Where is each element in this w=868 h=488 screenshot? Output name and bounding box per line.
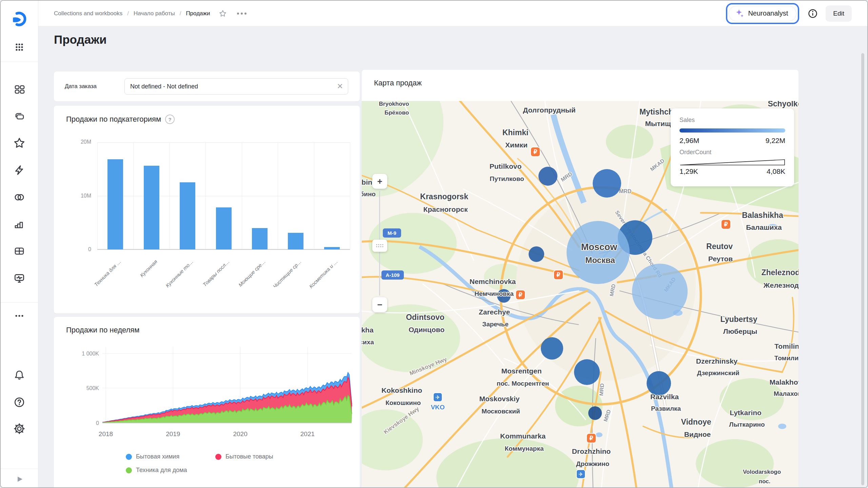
legend-size-min: 1,29K [679,167,698,176]
svg-text:Schyolkovo: Schyolkovo [768,101,798,108]
settings-button[interactable] [12,421,27,436]
svg-text:Коммунарка: Коммунарка [505,445,544,452]
sidebar-item-collections[interactable] [12,82,27,97]
map-title: Карта продаж [374,79,422,87]
map-bubble[interactable] [567,221,630,284]
legend-item[interactable]: Техника для дома [126,467,187,474]
legend-label: Техника для дома [136,467,187,474]
map-bubble[interactable] [574,359,600,385]
legend-dot-blue [126,454,132,460]
notifications-button[interactable] [12,368,27,383]
breadcrumb-menu-button[interactable] [237,13,246,15]
sidebar-item-charts[interactable] [12,217,27,232]
map-bubble[interactable] [588,406,602,420]
date-filter-card: Дата заказа Not defined - Not defined ✕ [54,72,360,101]
bar[interactable] [144,166,159,249]
bar[interactable] [252,228,268,249]
svg-text:Odintsovo: Odintsovo [406,313,445,322]
sidebar-item-connections[interactable] [12,163,27,178]
clear-filter-icon[interactable]: ✕ [337,83,343,90]
info-circle-icon [807,7,819,20]
map-bubble[interactable] [538,167,557,186]
datalens-logo[interactable] [12,12,27,26]
edit-button[interactable]: Edit [826,5,852,22]
help-button[interactable] [12,395,27,410]
map-bubble[interactable] [593,169,621,198]
map-zoom-slider-handle[interactable] [372,240,387,252]
plane-icon: ✈ [578,471,583,477]
all-services-button[interactable] [12,40,27,55]
svg-text:A-109: A-109 [386,272,400,278]
sidebar [1,1,38,487]
favorite-star-button[interactable] [219,9,227,18]
date-filter-input[interactable]: Not defined - Not defined ✕ [124,78,348,95]
x-category-label: Чистящие ср… [272,259,302,289]
svg-text:Putilkovo: Putilkovo [490,162,522,170]
legend-item[interactable]: Бытовая химия [126,453,179,460]
bar[interactable] [180,182,195,249]
svg-text:Vidnoye: Vidnoye [681,418,711,426]
neuroanalyst-label: Neuroanalyst [748,9,788,17]
svg-text:2020: 2020 [233,430,247,438]
area-chart-card: Продажи по неделям 1 000K500K02018201920… [54,317,360,488]
svg-text:Kokoshkino: Kokoshkino [381,386,422,394]
svg-text:Volodarskogo: Volodarskogo [743,469,781,475]
legend-dot-red [215,454,221,460]
svg-text:Mosrentgen: Mosrentgen [501,367,541,375]
svg-text:Малаховка: Малаховка [774,390,798,397]
map-zoom-in-button[interactable]: + [372,174,387,189]
ruble-icon: ₽ [519,292,522,298]
page-title: Продажи [54,33,106,46]
map-bubble[interactable] [541,337,563,360]
legend-item[interactable]: Бытовые товары [215,453,273,460]
neuroanalyst-focus-ring: Neuroanalyst [726,3,799,24]
question-circle-icon [13,396,26,409]
topbar-actions: Neuroanalyst Edit [726,1,867,26]
sidebar-item-dashboards[interactable] [12,271,27,286]
bar[interactable] [216,207,232,249]
svg-text:Drozhzhino: Drozhzhino [572,447,611,455]
breadcrumb-collections[interactable]: Collections and workbooks [54,10,122,17]
svg-text:Заречье: Заречье [482,321,508,328]
chart-help-icon[interactable]: ? [165,115,175,124]
gridline [97,196,350,196]
breadcrumb-workbook[interactable]: Начало работы [134,10,175,17]
neuroanalyst-button[interactable]: Neuroanalyst [729,6,796,21]
map-bubble[interactable] [647,371,671,395]
play-triangle-icon [14,474,24,484]
bar[interactable] [107,159,123,249]
svg-text:MRD: MRD [619,188,631,194]
area-chart-plot: 1 000K500K02018201920202021 [54,339,360,447]
star-icon [13,137,26,149]
ruble-icon: ₽ [724,221,728,228]
svg-text:пос.: пос. [759,478,771,485]
svg-text:2018: 2018 [99,430,113,438]
svg-text:Немчиновка: Немчиновка [474,290,514,297]
info-button[interactable] [805,5,821,22]
legend-size-metric: OrderCount [679,149,785,156]
sidebar-more-button[interactable] [12,308,27,323]
map-bubble[interactable] [632,264,688,319]
sidebar-item-editor[interactable] [12,244,27,259]
svg-text:Московский: Московский [481,408,520,415]
sidebar-item-favorites[interactable] [12,136,27,150]
bar[interactable] [288,233,303,249]
svg-text:Razvilka: Razvilka [650,393,679,401]
svg-text:2019: 2019 [166,430,180,438]
svg-text:Химки: Химки [505,141,528,149]
svg-text:Развилка: Развилка [651,405,681,412]
sidebar-expand-button[interactable] [12,472,27,487]
svg-text:Nemchinovka: Nemchinovka [470,278,516,285]
sidebar-item-datasets[interactable] [12,190,27,205]
x-category-label: Косметика и … [308,259,339,289]
sidebar-item-workbooks[interactable] [12,108,27,123]
page-scrollbar[interactable] [861,53,864,485]
bar[interactable] [324,247,340,249]
sparkle-icon [735,9,744,18]
bar-chart-card: Продажи по подкатегориям ? 20M10M0 Техни… [54,106,360,313]
x-category-label: Техника для … [93,259,122,288]
map-bubble[interactable] [529,246,544,262]
svg-text:Кокошкино: Кокошкино [386,399,421,406]
map-zoom-out-button[interactable]: − [372,297,387,312]
svg-text:Москва: Москва [585,256,615,265]
